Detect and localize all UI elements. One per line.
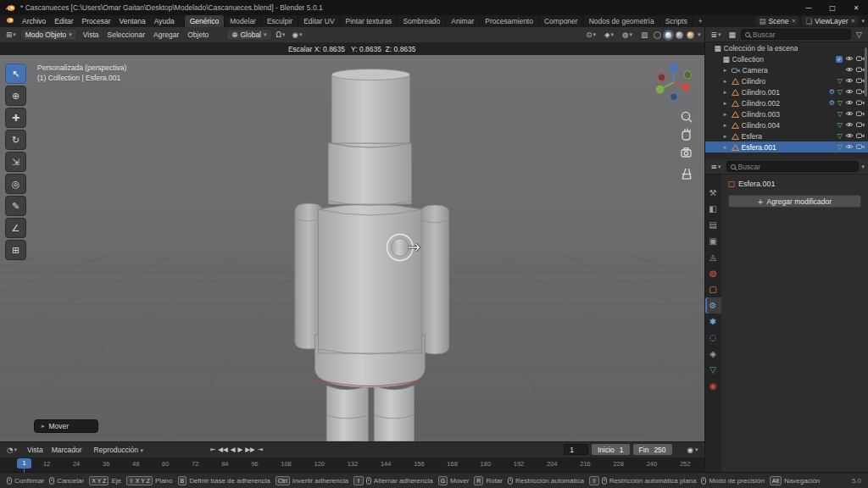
workspace-tab[interactable]: Genérico bbox=[184, 15, 225, 27]
navigation-gizmo[interactable] bbox=[652, 60, 696, 106]
properties-tab[interactable]: ▽ bbox=[705, 362, 721, 378]
workspace-tab[interactable]: Pintar texturas bbox=[340, 15, 398, 27]
properties-tab[interactable]: ◉ bbox=[705, 378, 721, 394]
viewport-menu-item[interactable]: Vista bbox=[79, 30, 103, 39]
keying-set-dropdown[interactable]: ◉▾ bbox=[687, 446, 698, 454]
menu-item[interactable]: Ayuda bbox=[150, 17, 179, 25]
outliner-item[interactable]: ▸ Esfera ⚙ ▽ bbox=[705, 130, 868, 141]
tool-button[interactable]: ⊕ bbox=[5, 86, 26, 106]
playback-button[interactable]: ◀◀ bbox=[218, 446, 228, 453]
tool-button[interactable]: ⇲ bbox=[5, 152, 26, 172]
timeline-menu-item[interactable]: Vista bbox=[23, 446, 47, 454]
expand-arrow-icon[interactable]: ▸ bbox=[722, 78, 729, 85]
playback-button[interactable]: ◀ bbox=[231, 446, 236, 453]
workspace-tab[interactable]: Nodos de geometría bbox=[583, 15, 659, 27]
orientation-dropdown[interactable]: ⊕ Global ▾ bbox=[226, 29, 271, 41]
viewport-3d[interactable]: Escalar X: 0.8635 Y: 0.8635 Z: 0.8635 Pe… bbox=[0, 43, 704, 441]
blender-menu-icon[interactable] bbox=[5, 17, 14, 25]
properties-tab[interactable]: ◧ bbox=[705, 201, 721, 217]
playback-button[interactable]: ▶▶ bbox=[245, 446, 255, 453]
render-camera-icon[interactable] bbox=[856, 143, 865, 152]
maximize-button[interactable]: □ bbox=[821, 0, 844, 15]
collection-checkbox[interactable]: ✓ bbox=[836, 56, 843, 63]
properties-tab[interactable]: ◍ bbox=[705, 265, 721, 281]
visibility-eye-icon[interactable] bbox=[845, 110, 854, 119]
workspace-tab[interactable]: Componer bbox=[538, 15, 583, 27]
expand-arrow-icon[interactable]: ▸ bbox=[722, 111, 729, 118]
menu-item[interactable]: Archivo bbox=[18, 17, 50, 25]
outliner-scrollbar[interactable] bbox=[865, 47, 867, 97]
visibility-eye-icon[interactable] bbox=[845, 88, 854, 97]
properties-search[interactable] bbox=[726, 161, 860, 172]
visibility-eye-icon[interactable] bbox=[845, 55, 854, 64]
proportional-edit-toggle[interactable]: ◉▾ bbox=[290, 30, 305, 39]
workspace-tab[interactable]: Editar UV bbox=[298, 15, 339, 27]
operator-panel[interactable]: ▸ Mover bbox=[34, 419, 98, 433]
viewlayer-dropdown-icon[interactable]: ▾ bbox=[861, 18, 865, 25]
properties-tab[interactable]: ◈ bbox=[705, 346, 721, 362]
expand-arrow-icon[interactable]: ▸ bbox=[722, 100, 729, 107]
properties-search-input[interactable] bbox=[738, 163, 855, 171]
render-camera-icon[interactable] bbox=[856, 88, 865, 97]
shading-solid-button[interactable] bbox=[665, 31, 672, 39]
menu-item[interactable]: Ventana bbox=[115, 17, 150, 25]
viewport-menu-item[interactable]: Agregar bbox=[149, 30, 183, 39]
visibility-eye-icon[interactable] bbox=[845, 121, 854, 130]
shading-dropdown-icon[interactable]: ▾ bbox=[698, 31, 701, 38]
workspace-tab[interactable]: Procesamiento bbox=[479, 15, 538, 27]
expand-arrow-icon[interactable]: ▸ bbox=[722, 144, 729, 151]
current-frame-field[interactable]: 1 bbox=[564, 444, 588, 455]
viewlayer-unlink-icon[interactable]: ✕ bbox=[851, 18, 856, 25]
visibility-eye-icon[interactable] bbox=[845, 66, 854, 75]
outliner-item[interactable]: ▸ Cilindro.004 ⚙ ▽ bbox=[705, 119, 868, 130]
shading-material-button[interactable] bbox=[676, 31, 683, 39]
tool-button[interactable]: ⊞ bbox=[5, 240, 26, 260]
viewlayer-selector[interactable]: ❏ ViewLayer ✕ bbox=[802, 16, 859, 26]
render-camera-icon[interactable] bbox=[856, 121, 865, 130]
properties-tab[interactable]: ⚙ bbox=[705, 297, 721, 313]
gizmos-dropdown[interactable]: ◈▾ bbox=[602, 30, 616, 39]
render-camera-icon[interactable] bbox=[856, 132, 865, 141]
render-camera-icon[interactable] bbox=[856, 99, 865, 108]
outliner-editor-type-button[interactable]: ≣▾ bbox=[709, 30, 724, 39]
workspace-tab[interactable]: Animar bbox=[445, 15, 479, 27]
outliner-item[interactable]: ▸ Cilindro.001 ⚙ ▽ bbox=[705, 86, 868, 97]
tool-button[interactable]: ∠ bbox=[5, 218, 26, 238]
playback-menu[interactable]: Reproducción ▾ bbox=[90, 446, 147, 454]
outliner-item[interactable]: ▸ Cilindro.003 ⚙ ▽ bbox=[705, 108, 868, 119]
editor-type-button[interactable]: ⊞▾ bbox=[3, 30, 19, 39]
close-button[interactable]: ✕ bbox=[844, 0, 868, 15]
expand-arrow-icon[interactable]: ▸ bbox=[722, 67, 729, 74]
properties-tab[interactable]: ◌ bbox=[705, 330, 721, 346]
expand-arrow-icon[interactable]: ▸ bbox=[722, 122, 729, 129]
tool-button[interactable]: ↻ bbox=[5, 130, 26, 150]
minimize-button[interactable]: — bbox=[797, 0, 821, 15]
properties-tab[interactable]: ⚒ bbox=[705, 185, 721, 201]
tool-button[interactable]: ✚ bbox=[5, 108, 26, 128]
xray-toggle[interactable]: ▥ bbox=[638, 30, 650, 39]
mode-dropdown[interactable]: Modo Objeto ▾ bbox=[20, 29, 77, 41]
render-camera-icon[interactable] bbox=[856, 66, 865, 75]
outliner-display-mode-button[interactable]: ▦ bbox=[726, 30, 739, 39]
workspace-tab[interactable]: + bbox=[693, 15, 708, 27]
properties-options-icon[interactable]: ▾ bbox=[861, 164, 865, 170]
properties-tab[interactable]: ▢ bbox=[705, 281, 721, 297]
expand-arrow-icon[interactable]: ▸ bbox=[722, 133, 729, 140]
render-camera-icon[interactable] bbox=[856, 110, 865, 119]
menu-item[interactable]: Editar bbox=[50, 17, 77, 25]
outliner-filter-button[interactable]: ▽ bbox=[854, 30, 865, 39]
outliner-search[interactable] bbox=[741, 29, 851, 40]
playback-button[interactable]: ⇥ bbox=[258, 446, 263, 453]
properties-tab[interactable]: ✱ bbox=[705, 313, 721, 330]
viewport-menu-item[interactable]: Objeto bbox=[183, 30, 213, 39]
frame-end-field[interactable]: Fin250 bbox=[633, 444, 672, 455]
playhead[interactable]: 1 bbox=[17, 458, 31, 469]
render-camera-icon[interactable] bbox=[856, 77, 865, 86]
workspace-tab[interactable]: Sombreado bbox=[397, 15, 445, 27]
timeline-ruler[interactable]: 1122436486072849610812013214415616818019… bbox=[0, 458, 704, 473]
workspace-tab[interactable]: Esculpir bbox=[261, 15, 298, 27]
tool-button[interactable]: ◎ bbox=[5, 174, 26, 194]
playback-button[interactable]: ⇤ bbox=[210, 446, 215, 453]
playback-button[interactable]: ▶ bbox=[238, 446, 243, 453]
properties-editor-type-button[interactable]: ≡▾ bbox=[709, 163, 724, 171]
